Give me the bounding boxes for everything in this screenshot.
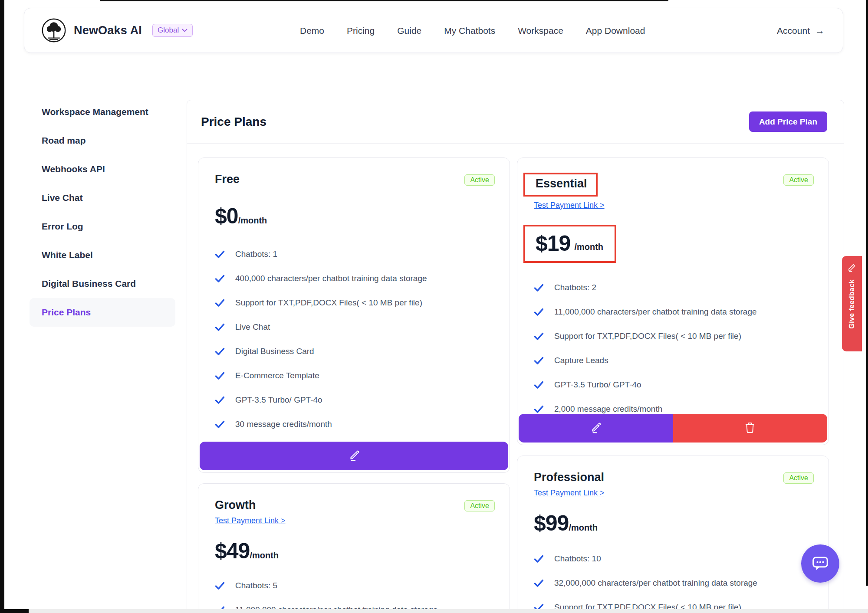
feature-item: Chatbots: 2	[534, 283, 812, 292]
screenshot-frame-bottom	[0, 609, 868, 613]
plan-card-professional: ProfessionalActiveTest Payment Link >$99…	[517, 456, 829, 613]
plan-card-essential: EssentialActiveTest Payment Link >$19/mo…	[517, 157, 829, 445]
plan-name-wrap: Growth	[215, 498, 256, 512]
account-link[interactable]: Account →	[777, 8, 825, 53]
price-row: $49/month	[215, 540, 279, 562]
check-icon	[215, 582, 225, 590]
feature-item: Capture Leads	[534, 356, 812, 365]
nav-item-app-download[interactable]: App Download	[586, 26, 645, 36]
check-icon	[215, 275, 225, 283]
main-nav: DemoPricingGuideMy ChatbotsWorkspaceApp …	[300, 8, 645, 53]
plan-card-header: EssentialActive	[517, 173, 829, 197]
feature-text: Chatbots: 2	[554, 283, 596, 292]
sidebar-item-live-chat[interactable]: Live Chat	[30, 184, 175, 212]
check-icon	[534, 284, 544, 292]
plan-card-growth: GrowthActiveTest Payment Link >$49/month…	[198, 483, 510, 613]
test-payment-link[interactable]: Test Payment Link >	[215, 516, 286, 525]
sidebar-item-price-plans[interactable]: Price Plans	[30, 298, 175, 327]
nav-item-my-chatbots[interactable]: My Chatbots	[444, 26, 495, 36]
plan-card-header: FreeActive	[198, 173, 510, 186]
arrow-right-icon: →	[815, 25, 825, 36]
sidebar-item-webhooks-api[interactable]: Webhooks API	[30, 155, 175, 184]
sidebar-item-workspace-management[interactable]: Workspace Management	[30, 98, 175, 126]
feature-text: 2,000 message credits/month	[554, 404, 662, 414]
newoaks-logo-icon	[41, 17, 67, 43]
plan-column-right: EssentialActiveTest Payment Link >$19/mo…	[517, 157, 829, 613]
check-icon	[215, 420, 225, 429]
trash-icon	[744, 422, 756, 435]
plan-card-free: FreeActive$0/monthChatbots: 1400,000 cha…	[198, 157, 510, 473]
delete-plan-button[interactable]	[673, 414, 828, 443]
feature-item: 2,000 message credits/month	[534, 404, 812, 414]
feature-item: GPT-3.5 Turbo/ GPT-4o	[534, 380, 812, 390]
chevron-down-icon	[182, 26, 187, 35]
feature-text: Chatbots: 10	[554, 554, 601, 564]
feature-text: 30 message credits/month	[235, 420, 332, 429]
feature-list: Chatbots: 511,000,000 characters/per cha…	[215, 581, 493, 613]
chat-bubble-icon	[809, 552, 832, 576]
check-icon	[215, 396, 225, 404]
plan-cards: FreeActive$0/monthChatbots: 1400,000 cha…	[187, 144, 844, 613]
feature-list: Chatbots: 1032,000,000 characters/per ch…	[534, 554, 812, 612]
plan-name: Professional	[534, 471, 604, 484]
feature-item: Support for TXT,PDF,DOCX Files( < 10 MB …	[534, 331, 812, 341]
feedback-label: Give feedback	[848, 279, 856, 329]
check-icon	[534, 332, 544, 341]
check-icon	[215, 323, 225, 331]
sidebar-item-road-map[interactable]: Road map	[30, 126, 175, 155]
plan-period: /month	[238, 216, 267, 227]
edit-plan-button[interactable]	[519, 414, 673, 443]
feature-item: 32,000,000 characters/per chatbot traini…	[534, 578, 812, 588]
plan-card-header: ProfessionalActive	[517, 471, 829, 484]
sidebar-item-error-log[interactable]: Error Log	[30, 212, 175, 241]
check-icon	[215, 372, 225, 380]
sidebar-item-digital-business-card[interactable]: Digital Business Card	[30, 269, 175, 298]
feature-item: Chatbots: 10	[534, 554, 812, 564]
add-price-plan-button[interactable]: Add Price Plan	[749, 111, 827, 132]
nav-item-pricing[interactable]: Pricing	[347, 26, 375, 36]
pencil-icon	[589, 421, 602, 436]
test-payment-link[interactable]: Test Payment Link >	[534, 488, 605, 498]
brand: NewOaks AI Global	[41, 17, 193, 43]
page: NewOaks AI Global DemoPricingGuideMy Cha…	[0, 0, 868, 613]
test-payment-link[interactable]: Test Payment Link >	[534, 201, 605, 210]
feature-text: E-Commerce Template	[235, 371, 319, 380]
give-feedback-tab[interactable]: Give feedback	[842, 256, 862, 351]
pencil-icon	[847, 262, 857, 274]
plan-price: $19	[536, 233, 570, 254]
chat-widget-button[interactable]	[801, 544, 839, 583]
top-navbar: NewOaks AI Global DemoPricingGuideMy Cha…	[24, 8, 843, 53]
edit-plan-button[interactable]	[200, 442, 508, 470]
feature-item: Digital Business Card	[215, 347, 493, 356]
feature-item: Support for TXT,PDF,DOCX Files( < 10 MB …	[215, 298, 493, 308]
plan-name: Growth	[215, 498, 256, 512]
status-badge: Active	[464, 174, 495, 186]
feature-text: Capture Leads	[554, 356, 608, 365]
nav-item-guide[interactable]: Guide	[397, 26, 421, 36]
plan-price: $99	[534, 511, 569, 535]
nav-item-workspace[interactable]: Workspace	[518, 26, 563, 36]
price-row: $99/month	[534, 512, 598, 534]
plan-name-wrap: Professional	[534, 471, 604, 484]
page-title: Price Plans	[201, 115, 266, 129]
plan-name: Free	[215, 173, 240, 186]
sidebar-item-white-label[interactable]: White Label	[30, 241, 175, 269]
panel-header: Price Plans Add Price Plan	[187, 100, 844, 144]
feature-item: Chatbots: 5	[215, 581, 493, 590]
plan-period: /month	[569, 523, 598, 534]
region-selector[interactable]: Global	[152, 24, 193, 37]
feature-text: Digital Business Card	[235, 347, 314, 356]
feature-item: E-Commerce Template	[215, 371, 493, 380]
nav-item-demo[interactable]: Demo	[300, 26, 324, 36]
feature-text: Support for TXT,PDF,DOCX Files( < 10 MB …	[235, 298, 422, 308]
plan-price: $0	[215, 204, 238, 228]
feature-item: Chatbots: 1	[215, 249, 493, 259]
check-icon	[534, 308, 544, 316]
feature-item: 11,000,000 characters/per chatbot traini…	[534, 307, 812, 317]
annotation-box-name: Essential	[523, 173, 598, 197]
brand-name: NewOaks AI	[74, 24, 142, 37]
feature-text: 11,000,000 characters/per chatbot traini…	[554, 307, 757, 317]
feature-text: 32,000,000 characters/per chatbot traini…	[554, 578, 757, 588]
plan-name: Essential	[536, 177, 587, 190]
check-icon	[534, 381, 544, 389]
